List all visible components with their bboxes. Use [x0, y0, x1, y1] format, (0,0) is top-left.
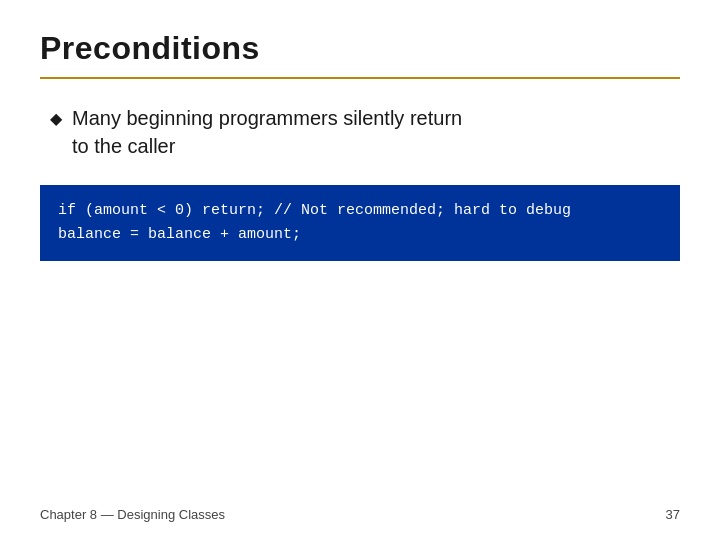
footer-page-number: 37 [666, 507, 680, 522]
bullet-diamond-icon: ◆ [50, 108, 62, 130]
code-line-2: balance = balance + amount; [58, 226, 301, 243]
slide-footer: Chapter 8 — Designing Classes 37 [40, 507, 680, 522]
bullet-text: Many beginning programmers silently retu… [72, 104, 680, 160]
title-area: Preconditions [40, 30, 680, 79]
bullet-item: ◆ Many beginning programmers silently re… [50, 104, 680, 160]
code-line-1: if (amount < 0) return; // Not recommend… [58, 202, 571, 219]
footer-chapter: Chapter 8 — Designing Classes [40, 507, 225, 522]
code-block: if (amount < 0) return; // Not recommend… [40, 185, 680, 261]
bullet-section: ◆ Many beginning programmers silently re… [40, 104, 680, 160]
slide-title: Preconditions [40, 30, 680, 67]
slide: Preconditions ◆ Many beginning programme… [0, 0, 720, 540]
